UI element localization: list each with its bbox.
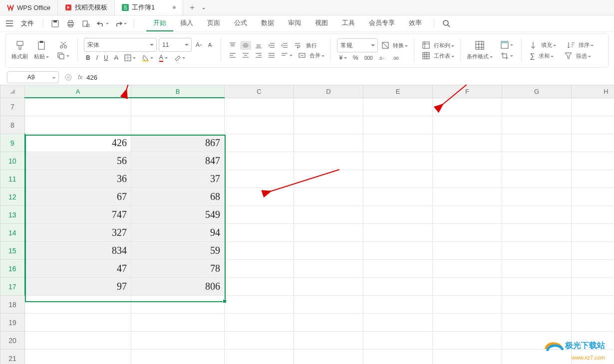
cell[interactable]	[225, 242, 294, 260]
cell[interactable]	[131, 350, 225, 364]
align-right-icon[interactable]	[253, 51, 264, 60]
table-style-icon[interactable]	[499, 40, 515, 50]
cell[interactable]	[433, 332, 502, 350]
sum-label[interactable]: 求和	[539, 52, 554, 60]
cell[interactable]	[433, 170, 502, 188]
cell[interactable]	[572, 116, 614, 134]
cell[interactable]: 37	[131, 170, 225, 188]
cell[interactable]	[225, 98, 294, 116]
cell[interactable]: 59	[131, 242, 225, 260]
cell[interactable]: 97	[25, 278, 131, 296]
cell[interactable]	[25, 116, 131, 134]
template-tab[interactable]: 找稻壳模板	[58, 0, 115, 15]
cell[interactable]	[433, 260, 502, 278]
col-header-F[interactable]: F	[433, 85, 502, 98]
cell[interactable]: 68	[131, 188, 225, 206]
transpose-label[interactable]: 转换	[393, 42, 408, 49]
cell[interactable]	[294, 350, 363, 364]
cell[interactable]	[433, 242, 502, 260]
cell[interactable]: 47	[25, 260, 131, 278]
row-header[interactable]: 18	[0, 296, 25, 314]
save-icon[interactable]	[48, 18, 62, 29]
fill-label[interactable]: 填充	[541, 41, 556, 49]
cell[interactable]	[131, 296, 225, 314]
workbook-tab[interactable]: S 工作簿1	[115, 0, 183, 15]
menu-tab-插入[interactable]: 插入	[173, 15, 200, 31]
print-icon[interactable]	[64, 18, 77, 29]
cell[interactable]	[502, 260, 572, 278]
align-center-icon[interactable]	[240, 51, 251, 60]
row-header[interactable]: 11	[0, 170, 25, 188]
cell[interactable]	[433, 116, 502, 134]
file-button[interactable]: 文件	[17, 17, 38, 29]
cell[interactable]	[363, 134, 433, 152]
cell[interactable]	[572, 206, 614, 224]
menu-tab-公式[interactable]: 公式	[227, 15, 254, 31]
wrap-icon[interactable]	[292, 41, 303, 50]
cell[interactable]	[502, 278, 572, 296]
transpose-icon[interactable]	[380, 41, 391, 50]
sort-icon[interactable]	[565, 40, 577, 50]
cell[interactable]	[502, 332, 572, 350]
cell[interactable]	[433, 314, 502, 332]
menu-tab-会员专享[interactable]: 会员专享	[362, 15, 402, 31]
cell[interactable]	[363, 242, 433, 260]
cell[interactable]	[502, 134, 572, 152]
col-header-C[interactable]: C	[225, 85, 294, 98]
cell[interactable]	[433, 152, 502, 170]
cell[interactable]	[363, 224, 433, 242]
cell[interactable]	[131, 314, 225, 332]
cell[interactable]	[572, 350, 614, 364]
bold-icon[interactable]: B	[84, 53, 92, 62]
cell[interactable]	[363, 296, 433, 314]
wrap-label[interactable]: 换行	[306, 42, 317, 49]
sum-icon[interactable]: ∑	[528, 51, 537, 61]
menu-tab-开始[interactable]: 开始	[146, 15, 173, 31]
paste-group[interactable]: 粘贴	[31, 40, 52, 60]
cell[interactable]	[131, 332, 225, 350]
row-header[interactable]: 10	[0, 152, 25, 170]
cut-icon[interactable]	[57, 40, 69, 50]
cell[interactable]	[502, 296, 572, 314]
cell[interactable]: 747	[25, 206, 131, 224]
row-header[interactable]: 14	[0, 224, 25, 242]
col-header-B[interactable]: B	[131, 85, 225, 98]
cell[interactable]	[294, 332, 363, 350]
menu-tab-工具[interactable]: 工具	[335, 15, 362, 31]
cell[interactable]	[294, 98, 363, 116]
indent-increase-icon[interactable]	[279, 41, 290, 50]
align-left-icon[interactable]	[227, 51, 238, 60]
cell[interactable]	[25, 350, 131, 364]
cell[interactable]	[572, 134, 614, 152]
strike-icon[interactable]: A	[112, 53, 120, 62]
cell[interactable]	[572, 332, 614, 350]
cell[interactable]	[502, 98, 572, 116]
font-name-select[interactable]: 宋体	[84, 38, 157, 52]
cell[interactable]	[433, 206, 502, 224]
orientation-icon[interactable]	[279, 51, 295, 60]
cell[interactable]	[225, 134, 294, 152]
cell[interactable]	[572, 188, 614, 206]
row-header[interactable]: 19	[0, 314, 25, 332]
cell[interactable]	[363, 332, 433, 350]
row-header[interactable]: 15	[0, 242, 25, 260]
menu-tab-视图[interactable]: 视图	[308, 15, 335, 31]
cell[interactable]	[572, 260, 614, 278]
cell[interactable]	[225, 296, 294, 314]
col-header-A[interactable]: A	[25, 85, 131, 98]
cell[interactable]	[502, 314, 572, 332]
row-header[interactable]: 9	[0, 134, 25, 152]
cell[interactable]	[225, 314, 294, 332]
cell[interactable]	[502, 242, 572, 260]
cell[interactable]: 549	[131, 206, 225, 224]
merge-label[interactable]: 合并	[309, 52, 324, 59]
cell[interactable]: 56	[25, 152, 131, 170]
cell[interactable]	[433, 134, 502, 152]
justify-icon[interactable]	[266, 51, 277, 60]
cell[interactable]: 847	[131, 152, 225, 170]
align-top-icon[interactable]	[227, 41, 238, 50]
cell[interactable]	[294, 278, 363, 296]
cell[interactable]	[363, 206, 433, 224]
clear-format-icon[interactable]	[172, 53, 187, 62]
grow-font-icon[interactable]: A+	[194, 40, 204, 49]
